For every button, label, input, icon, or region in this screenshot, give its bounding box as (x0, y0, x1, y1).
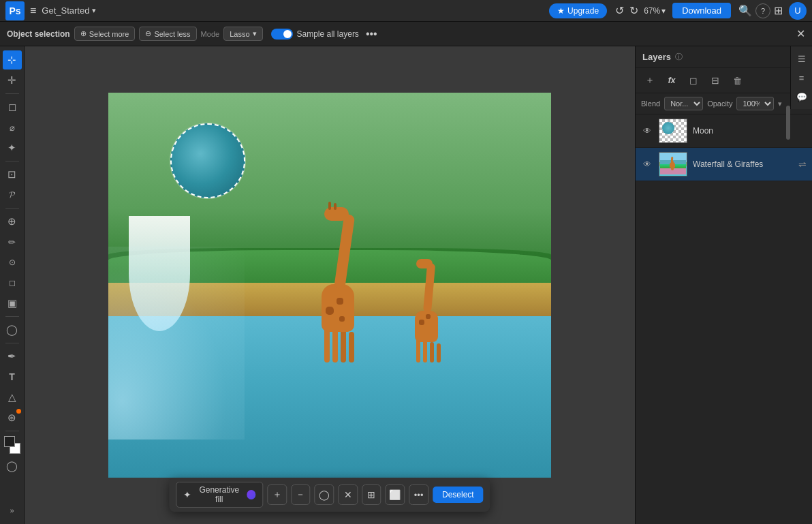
cross-button[interactable]: ✕ (338, 484, 358, 505)
layer-name-waterfall: Waterfall & Giraffes (693, 159, 793, 169)
eyedropper-tool[interactable]: 𝓟 (3, 185, 22, 204)
sample-all-label: Sample all layers (297, 29, 359, 39)
toolbar-bar: Object selection ⊕ Select more ⊖ Select … (0, 22, 812, 46)
gradient-tool[interactable]: ▣ (3, 294, 22, 313)
layers-toolbar: ＋ fx ◻ ⊟ 🗑 ••• (636, 68, 812, 93)
sample-all-toggle[interactable] (271, 29, 293, 40)
properties-icon[interactable]: ☰ (794, 50, 810, 67)
dodge-tool[interactable]: ◯ (3, 320, 22, 339)
adjustments-icon[interactable]: ≡ (794, 70, 810, 86)
layer-delete-button[interactable]: 🗑 (728, 72, 746, 89)
generative-fill-button[interactable]: ✦ Generative fill (176, 482, 263, 508)
expand-tools[interactable]: » (3, 501, 22, 520)
opacity-select[interactable]: 100% (736, 97, 774, 110)
main-area: ⊹ ✛ ◻ ⌀ ✦ ⊡ 𝓟 ⊕ ✏ ⊙ ◻ ▣ ◯ ✒ T △ ⊛ ◯ » (0, 46, 812, 524)
floating-more-button[interactable]: ••• (409, 484, 428, 505)
gen-fill-icon: ✦ (183, 489, 191, 500)
gen-fill-sparkle-icon (247, 490, 255, 499)
toolbar-more-button[interactable]: ••• (366, 28, 377, 40)
search-button[interactable]: 🔍 (735, 4, 755, 17)
upgrade-button[interactable]: ★ Upgrade (549, 3, 607, 18)
menu-icon[interactable]: ≡ (30, 5, 36, 17)
comment-icon[interactable]: 💬 (794, 89, 810, 105)
select-more-icon: ⊕ (80, 29, 87, 38)
right-icon-strip: ☰ ≡ 💬 (790, 46, 812, 109)
blend-mode-select[interactable]: Nor... (664, 97, 703, 110)
redo-button[interactable]: ↻ (627, 4, 641, 17)
toggle-knob (283, 30, 292, 38)
top-bar: Ps ≡ Get_Started ▾ ★ Upgrade ↺ ↻ 67% ▾ D… (0, 0, 812, 22)
heal-tool[interactable]: ⊕ (3, 212, 22, 231)
undo-button[interactable]: ↺ (612, 4, 627, 17)
lasso-arrow-icon: ▾ (253, 29, 257, 38)
circle-tool[interactable]: ◯ (3, 457, 22, 476)
add-to-selection-button[interactable]: ＋ (267, 484, 287, 505)
left-tool-panel: ⊹ ✛ ◻ ⌀ ✦ ⊡ 𝓟 ⊕ ✏ ⊙ ◻ ▣ ◯ ✒ T △ ⊛ ◯ » (0, 46, 25, 524)
apps-button[interactable]: ⊞ (770, 4, 786, 17)
lasso-dropdown[interactable]: Lasso ▾ (223, 27, 262, 41)
download-button[interactable]: Download (672, 3, 731, 18)
layer-group-button[interactable]: ⊟ (706, 72, 724, 89)
layer-mask-button[interactable]: ◻ (685, 72, 702, 89)
blend-label: Blend (641, 99, 660, 108)
pen-tool[interactable]: ✒ (3, 347, 22, 366)
object-selection-tool[interactable]: ⊹ (3, 50, 22, 70)
eraser-tool[interactable]: ◻ (3, 273, 22, 292)
brush-tool[interactable]: ✏ (3, 232, 22, 251)
grid-button[interactable]: ⊞ (362, 484, 381, 505)
moon-thumb-circle (662, 122, 674, 134)
layer-thumb-waterfall (659, 152, 687, 176)
layer-waterfall-giraffes[interactable]: 👁 Waterfall & Giraffes ⇌ (636, 148, 812, 181)
layers-panel: ☰ ≡ 💬 Layers ⓘ ＋ fx ◻ ⊟ 🗑 ••• Blend (635, 46, 812, 524)
layers-header: Layers ⓘ (636, 46, 812, 68)
subtract-selection-button[interactable]: － (291, 484, 311, 505)
screen-button[interactable]: ⬜ (386, 484, 405, 505)
deselect-button[interactable]: Deselect (433, 487, 484, 503)
file-dropdown-icon[interactable]: ▾ (92, 6, 96, 15)
user-avatar[interactable]: U (789, 2, 807, 20)
circle-selection-button[interactable]: ◯ (315, 484, 334, 505)
zoom-level[interactable]: 67% ▾ (644, 6, 666, 16)
giraffe-small (409, 264, 450, 363)
canvas-area[interactable]: ✦ Generative fill ＋ － ◯ ✕ ⊞ ⬜ ••• Desele… (25, 46, 635, 524)
upgrade-star-icon: ★ (557, 6, 565, 16)
ps-logo: Ps (5, 1, 25, 20)
lasso-tool[interactable]: ⌀ (3, 118, 22, 137)
toolbar-close-button[interactable]: ✕ (796, 27, 805, 40)
move-tool[interactable]: ✛ (3, 71, 22, 90)
select-less-icon: ⊖ (145, 29, 151, 38)
shape-tool[interactable]: △ (3, 388, 22, 407)
giraffe-large (312, 206, 373, 363)
layers-title: Layers (642, 52, 671, 62)
layers-scrollbar[interactable] (786, 106, 790, 140)
mode-label: Mode (201, 30, 220, 38)
layer-visibility-moon[interactable]: 👁 (641, 125, 653, 137)
fill-arrow-icon: ▾ (778, 99, 782, 108)
sample-all-toggle-wrap: Sample all layers (271, 29, 359, 40)
clone-stamp-tool[interactable]: ⊙ (3, 253, 22, 272)
layer-thumb-moon (659, 119, 687, 143)
magic-wand-tool[interactable]: ✦ (3, 138, 22, 157)
rectangular-select-tool[interactable]: ◻ (3, 97, 22, 117)
add-layer-button[interactable]: ＋ (641, 72, 659, 89)
crop-tool[interactable]: ⊡ (3, 165, 22, 184)
mist (108, 247, 245, 440)
select-more-button[interactable]: ⊕ Select more (74, 27, 136, 41)
select-less-button[interactable]: ⊖ Select less (139, 27, 196, 41)
layer-visibility-waterfall[interactable]: 👁 (641, 158, 653, 170)
text-tool[interactable]: T (3, 367, 22, 386)
tool-name: Object selection (7, 29, 70, 39)
smart-object-tool[interactable]: ⊛ (3, 408, 22, 427)
help-button[interactable]: ? (755, 3, 770, 18)
color-swatches[interactable] (3, 436, 22, 454)
opacity-label: Opacity (707, 99, 732, 108)
floating-toolbar: ✦ Generative fill ＋ － ◯ ✕ ⊞ ⬜ ••• Desele… (169, 478, 490, 512)
layers-list: 👁 Moon 👁 (636, 114, 812, 524)
layer-adjust-icon[interactable]: ⇌ (798, 159, 807, 170)
canvas-frame (108, 93, 551, 478)
moon-object[interactable] (170, 123, 245, 198)
layers-info-icon[interactable]: ⓘ (675, 52, 683, 62)
file-name[interactable]: Get_Started (42, 5, 89, 16)
layer-fx-button[interactable]: fx (663, 72, 681, 89)
